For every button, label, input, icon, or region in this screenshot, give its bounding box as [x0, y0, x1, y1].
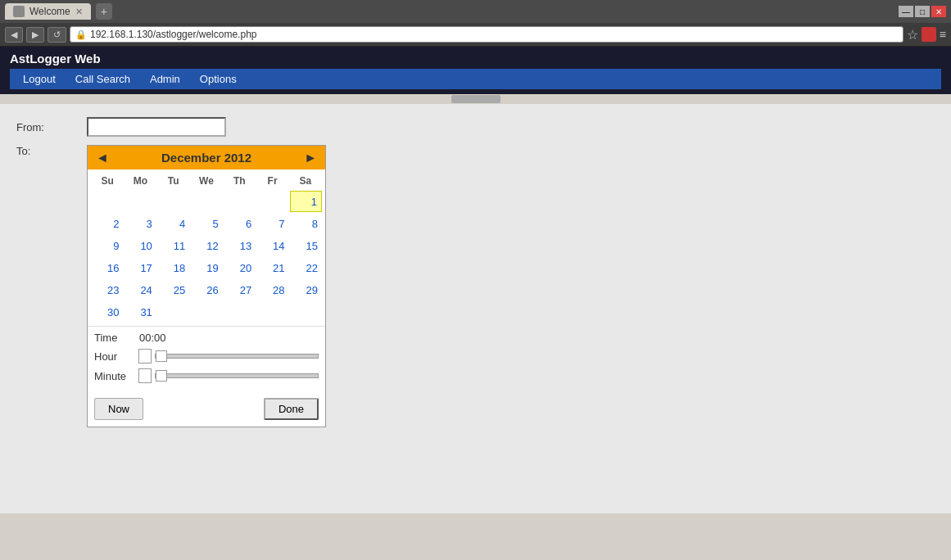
- from-row: From:: [16, 117, 935, 137]
- cal-day-2[interactable]: 2: [91, 213, 123, 234]
- window-controls: — □ ✕: [899, 6, 946, 17]
- cal-day-23[interactable]: 23: [91, 279, 123, 300]
- now-btn[interactable]: Now: [94, 398, 143, 420]
- cal-day-13[interactable]: 13: [224, 235, 256, 256]
- cal-day-1[interactable]: 1: [290, 191, 322, 212]
- cal-day-27[interactable]: 27: [224, 279, 256, 300]
- forward-btn[interactable]: ▶: [26, 27, 44, 43]
- day-mo: Mo: [124, 173, 156, 189]
- cal-day-9[interactable]: 9: [91, 235, 123, 256]
- page-content: AstLogger Web Logout Call Search Admin O…: [0, 47, 951, 513]
- nav-logout[interactable]: Logout: [13, 70, 66, 88]
- cal-grid: Su Mo Tu We Th Fr Sa 1234567891011121314…: [88, 169, 325, 326]
- from-input[interactable]: [87, 117, 226, 137]
- cal-day-empty: [91, 191, 123, 212]
- hour-slider[interactable]: [155, 354, 319, 359]
- cal-day-24[interactable]: 24: [124, 279, 156, 300]
- cal-day-6[interactable]: 6: [224, 213, 256, 234]
- day-th: Th: [223, 173, 256, 189]
- maximize-btn[interactable]: □: [915, 6, 930, 17]
- cal-next-btn[interactable]: ►: [304, 151, 317, 165]
- reload-btn[interactable]: ↺: [48, 27, 66, 43]
- cal-day-empty: [157, 301, 189, 323]
- cal-day-empty: [190, 191, 222, 212]
- cal-day-21[interactable]: 21: [256, 257, 288, 278]
- nav-admin[interactable]: Admin: [140, 70, 190, 88]
- bookmark-icon[interactable]: ☆: [907, 27, 918, 43]
- cal-day-4[interactable]: 4: [157, 213, 189, 234]
- cal-buttons: Now Done: [88, 393, 325, 427]
- day-sa: Sa: [289, 173, 322, 189]
- cal-day-12[interactable]: 12: [190, 235, 222, 256]
- cal-day-22[interactable]: 22: [290, 257, 322, 278]
- minute-label: Minute: [94, 370, 138, 382]
- cal-day-11[interactable]: 11: [157, 235, 189, 256]
- hour-slider-container: [138, 349, 319, 364]
- form-area: From: To: ◄ December 2012 ► Su M: [0, 104, 951, 513]
- day-tu: Tu: [157, 173, 190, 189]
- cal-day-17[interactable]: 17: [124, 257, 156, 278]
- cal-day-3[interactable]: 3: [124, 213, 156, 234]
- nav-call-search[interactable]: Call Search: [66, 70, 140, 88]
- cal-day-20[interactable]: 20: [224, 257, 256, 278]
- scroll-thumb[interactable]: [451, 95, 500, 103]
- minute-row: Minute: [94, 368, 319, 383]
- cal-title: December 2012: [161, 151, 251, 165]
- cal-day-5[interactable]: 5: [190, 213, 222, 234]
- cal-day-empty: [290, 301, 322, 323]
- cal-day-10[interactable]: 10: [124, 235, 156, 256]
- time-section: Time 00:00 Hour Minute: [88, 326, 325, 393]
- browser-icon: [922, 27, 936, 42]
- new-tab-btn[interactable]: +: [96, 3, 112, 20]
- minute-slider-container: [138, 368, 319, 383]
- done-btn[interactable]: Done: [264, 398, 319, 420]
- cal-day-14[interactable]: 14: [256, 235, 288, 256]
- cal-day-7[interactable]: 7: [256, 213, 288, 234]
- tab-title: Welcome: [29, 6, 70, 17]
- hour-row: Hour: [94, 349, 319, 364]
- cal-day-empty: [224, 191, 256, 212]
- cal-prev-btn[interactable]: ◄: [96, 151, 109, 165]
- cal-day-empty: [157, 191, 189, 212]
- close-btn[interactable]: ✕: [931, 6, 946, 17]
- day-we: We: [190, 173, 223, 189]
- cal-day-29[interactable]: 29: [290, 279, 322, 300]
- cal-day-empty: [190, 301, 222, 323]
- tab-close-btn[interactable]: ✕: [75, 7, 83, 17]
- nav-options[interactable]: Options: [190, 70, 247, 88]
- to-label: To:: [16, 145, 82, 157]
- nav-bar: ◀ ▶ ↺ 🔒 192.168.1.130/astlogger/welcome.…: [0, 23, 951, 46]
- cal-header: ◄ December 2012 ►: [88, 146, 325, 169]
- cal-day-empty: [224, 301, 256, 323]
- scroll-area: [0, 94, 951, 104]
- cal-day-25[interactable]: 25: [157, 279, 189, 300]
- cal-day-16[interactable]: 16: [91, 257, 123, 278]
- cal-day-26[interactable]: 26: [190, 279, 222, 300]
- cal-day-empty: [256, 301, 288, 323]
- cal-day-8[interactable]: 8: [290, 213, 322, 234]
- address-lock-icon: 🔒: [75, 29, 87, 40]
- tab-icon: [13, 6, 25, 17]
- time-label: Time: [94, 332, 139, 344]
- browser-tab[interactable]: Welcome ✕: [5, 3, 91, 20]
- cal-day-31[interactable]: 31: [124, 301, 156, 323]
- time-row: Time 00:00: [94, 332, 319, 344]
- from-label: From:: [16, 121, 82, 133]
- cal-day-15[interactable]: 15: [290, 235, 322, 256]
- cal-day-28[interactable]: 28: [256, 279, 288, 300]
- cal-day-18[interactable]: 18: [157, 257, 189, 278]
- time-value: 00:00: [139, 332, 166, 344]
- cal-day-30[interactable]: 30: [91, 301, 123, 323]
- hour-slider-box: [138, 349, 152, 364]
- address-text: 192.168.1.130/astlogger/welcome.php: [90, 29, 898, 40]
- back-btn[interactable]: ◀: [5, 27, 23, 43]
- address-bar[interactable]: 🔒 192.168.1.130/astlogger/welcome.php: [70, 26, 903, 43]
- menu-btn[interactable]: ≡: [940, 28, 946, 41]
- cal-day-19[interactable]: 19: [190, 257, 222, 278]
- cal-days-header: Su Mo Tu We Th Fr Sa: [91, 173, 322, 189]
- minute-slider[interactable]: [155, 373, 319, 378]
- minimize-btn[interactable]: —: [899, 6, 913, 17]
- to-row: To: ◄ December 2012 ► Su Mo Tu We: [16, 145, 935, 427]
- app-title: AstLogger Web: [10, 52, 941, 65]
- browser-chrome: Welcome ✕ + — □ ✕ ◀ ▶ ↺ 🔒 192.168.1.130/…: [0, 0, 951, 47]
